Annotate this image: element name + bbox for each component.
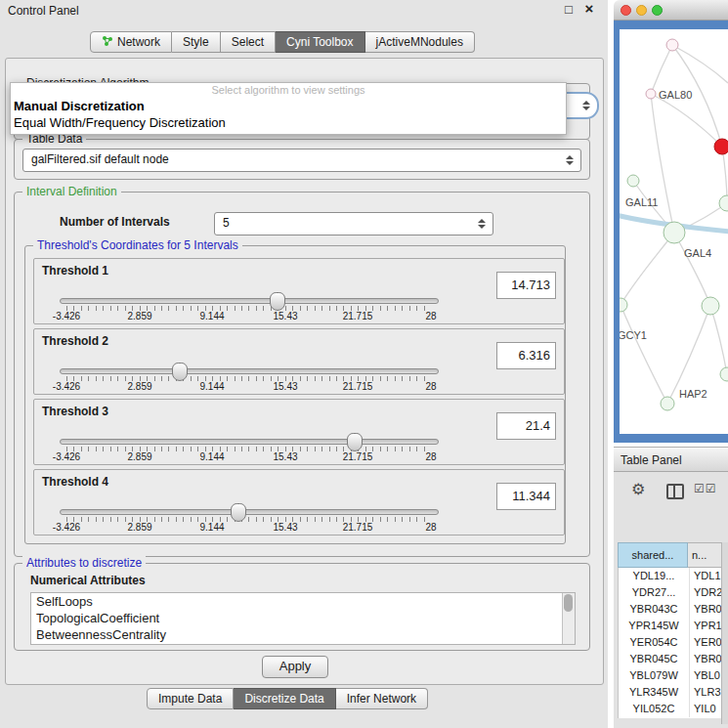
node-gcy1[interactable] xyxy=(620,298,627,312)
table-panel: ⚙ ☑☑ shared... n... YDL19...YDL1 YDR27..… xyxy=(614,472,728,728)
tab-discretize-data[interactable]: Discretize Data xyxy=(234,688,335,709)
close-icon[interactable]: × xyxy=(581,0,597,17)
table-panel-title: Table Panel xyxy=(621,453,682,467)
dropdown-option-equal-width-frequency[interactable]: Equal Width/Frequency Discretization xyxy=(11,114,566,131)
scale-label: 9.144 xyxy=(199,381,224,392)
list-item[interactable]: TopologicalCoefficient xyxy=(31,610,575,626)
select-columns-icon[interactable]: ☑☑ xyxy=(694,482,717,495)
threshold-label: Threshold 2 xyxy=(42,334,108,348)
tab-infer-network[interactable]: Infer Network xyxy=(336,688,428,709)
combo-value: 5 xyxy=(223,216,230,230)
gear-icon[interactable]: ⚙ xyxy=(631,480,645,498)
scale-label: -3.426 xyxy=(53,311,80,321)
node-gal4[interactable] xyxy=(664,222,685,243)
attributes-list[interactable]: SelfLoops TopologicalCoefficient Between… xyxy=(30,592,576,645)
table-row[interactable]: YDL19...YDL1 xyxy=(619,568,724,584)
table-row[interactable]: YDR27...YDR2 xyxy=(619,584,724,601)
threshold-1-value-field[interactable]: 14.713 xyxy=(496,272,556,299)
dropdown-option-manual-discretization[interactable]: Manual Discretization xyxy=(11,98,566,114)
scale-label: 2.859 xyxy=(127,451,151,462)
group-title: Interval Definition xyxy=(22,185,121,198)
node[interactable] xyxy=(702,297,719,315)
threshold-4-slider-thumb[interactable] xyxy=(231,503,246,522)
column-header-name[interactable]: n... xyxy=(688,542,723,568)
node-gal11[interactable] xyxy=(627,175,639,187)
table-row[interactable]: YBR043CYBR0 xyxy=(619,601,724,618)
slider-ticks xyxy=(66,447,431,451)
node-label: HAP2 xyxy=(679,388,707,400)
num-intervals-combobox[interactable]: 5 xyxy=(214,212,493,236)
threshold-1-slider-track[interactable] xyxy=(60,298,439,304)
table-scrollbar[interactable] xyxy=(721,542,728,724)
scale-label: 28 xyxy=(425,311,436,321)
node[interactable] xyxy=(720,367,728,381)
slider-ticks xyxy=(66,376,431,381)
threshold-1-panel: Threshold 1 -3.426 2.859 9.144 15.43 21.… xyxy=(33,258,565,324)
node[interactable] xyxy=(719,195,728,211)
threshold-1-slider-thumb[interactable] xyxy=(270,292,285,311)
apply-button[interactable]: Apply xyxy=(262,656,328,678)
node-label: GAL4 xyxy=(684,247,711,259)
close-traffic-light-icon[interactable] xyxy=(621,5,631,16)
slider-ticks xyxy=(66,306,431,311)
scale-label: 2.859 xyxy=(127,311,151,321)
tab-jactivemodules[interactable]: jActiveMNodules xyxy=(365,31,475,53)
bottom-tabbar: Impute Data Discretize Data Infer Networ… xyxy=(147,688,428,709)
threshold-3-panel: Threshold 3 -3.426 2.859 9.144 15.43 21.… xyxy=(33,399,565,465)
tab-style[interactable]: Style xyxy=(172,31,221,53)
minimize-traffic-light-icon[interactable] xyxy=(636,5,647,16)
threshold-2-value-field[interactable]: 6.316 xyxy=(496,342,556,369)
cyni-toolbox-panel: Discretization Algorithm Table Data galF… xyxy=(5,58,604,685)
dropdown-placeholder: Select algorithm to view settings xyxy=(11,83,566,98)
table-row[interactable]: YPR145WYPR1 xyxy=(619,618,724,634)
threshold-3-slider-thumb[interactable] xyxy=(347,433,363,451)
table-data-group: Table Data galFiltered.sif default node xyxy=(14,139,590,180)
columns-icon[interactable] xyxy=(666,484,684,499)
table-rows: YDL19...YDL1 YDR27...YDR2 YBR043CYBR0 YP… xyxy=(618,568,724,718)
list-item[interactable]: SelfLoops xyxy=(31,593,575,610)
threshold-3-slider-track[interactable] xyxy=(60,439,439,445)
combo-arrows-icon xyxy=(582,101,590,110)
tab-label: Cyni Toolbox xyxy=(286,35,353,49)
scale-label: 21.715 xyxy=(343,522,373,533)
numerical-attributes-label: Numerical Attributes xyxy=(30,574,146,587)
scale-label: 21.715 xyxy=(343,311,373,321)
network-canvas[interactable]: GAL80 GAL11 GAL4 GCY1 HAP2 xyxy=(620,29,728,434)
selected-node[interactable] xyxy=(714,139,728,154)
table-row[interactable]: YBL079WYBL0 xyxy=(619,667,724,684)
tab-impute-data[interactable]: Impute Data xyxy=(147,688,234,709)
scrollbar-thumb[interactable] xyxy=(564,594,573,612)
table-data-combobox[interactable]: galFiltered.sif default node xyxy=(22,149,581,172)
network-window: GAL80 GAL11 GAL4 GCY1 HAP2 xyxy=(614,0,728,443)
threshold-3-value-field[interactable]: 21.4 xyxy=(496,412,556,440)
scale-label: 9.144 xyxy=(199,311,224,321)
threshold-2-slider-track[interactable] xyxy=(60,368,439,374)
node-label: GCY1 xyxy=(620,329,647,341)
tab-network[interactable]: Network xyxy=(90,31,172,53)
column-header-shared-name[interactable]: shared... xyxy=(618,542,688,568)
node[interactable] xyxy=(666,39,678,51)
threshold-2-slider-thumb[interactable] xyxy=(172,363,188,381)
node-gal80[interactable] xyxy=(646,89,656,99)
attributes-group: Attributes to discretize Numerical Attri… xyxy=(14,563,590,651)
list-scrollbar[interactable] xyxy=(562,593,575,644)
list-item[interactable]: BetweennessCentrality xyxy=(31,626,575,643)
table-row[interactable]: YIL052CYIL0 xyxy=(619,701,724,717)
table-row[interactable]: YLR345WYLR3 xyxy=(619,684,724,701)
threshold-4-slider-track[interactable] xyxy=(60,509,439,515)
table-row[interactable]: YER054CYER0 xyxy=(619,634,724,651)
float-icon[interactable]: □ xyxy=(561,2,577,17)
zoom-traffic-light-icon[interactable] xyxy=(652,5,663,16)
scale-label: 2.859 xyxy=(127,381,151,392)
network-window-titlebar[interactable] xyxy=(614,0,728,21)
tab-cyni-toolbox[interactable]: Cyni Toolbox xyxy=(276,31,364,53)
threshold-4-value-field[interactable]: 11.344 xyxy=(496,483,556,510)
scale-label: 9.144 xyxy=(199,451,224,462)
scale-label: 15.43 xyxy=(273,311,297,321)
scale-label: 21.715 xyxy=(343,451,373,462)
node-label: GAL80 xyxy=(659,89,692,101)
tab-select[interactable]: Select xyxy=(221,31,276,53)
node-hap2[interactable] xyxy=(661,397,674,410)
threshold-label: Threshold 1 xyxy=(42,264,108,278)
table-row[interactable]: YBR045CYBR0 xyxy=(619,651,724,667)
